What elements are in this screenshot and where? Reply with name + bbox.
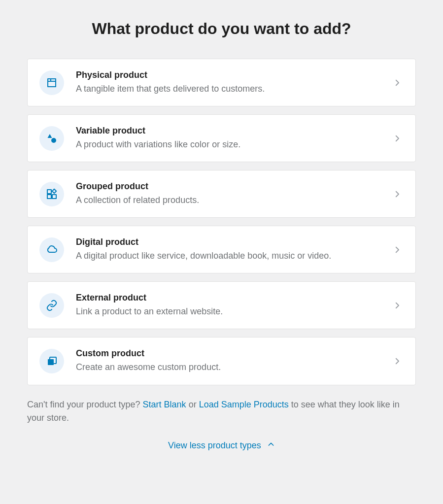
card-body: Digital product A digital product like s… bbox=[76, 237, 381, 262]
product-option-custom[interactable]: Custom product Create an awesome custom … bbox=[27, 337, 416, 385]
grid-icon bbox=[39, 182, 64, 206]
card-body: Custom product Create an awesome custom … bbox=[76, 348, 381, 373]
chevron-right-icon bbox=[393, 301, 402, 310]
chevron-right-icon bbox=[393, 357, 402, 366]
card-title: Custom product bbox=[76, 348, 381, 359]
chevron-right-icon bbox=[393, 245, 402, 254]
chevron-up-icon bbox=[267, 440, 275, 451]
card-desc: A collection of related products. bbox=[76, 194, 381, 206]
card-title: Grouped product bbox=[76, 181, 381, 192]
card-title: Variable product bbox=[76, 126, 381, 136]
view-less-toggle[interactable]: View less product types bbox=[163, 437, 280, 454]
card-title: External product bbox=[76, 293, 381, 303]
page-heading: What product do you want to add? bbox=[27, 20, 416, 38]
card-desc: Link a product to an external website. bbox=[76, 305, 381, 318]
product-option-external[interactable]: External product Link a product to an ex… bbox=[27, 281, 416, 329]
chevron-right-icon bbox=[393, 190, 402, 199]
start-blank-link[interactable]: Start Blank bbox=[143, 400, 186, 409]
svg-rect-8 bbox=[52, 189, 56, 193]
svg-rect-5 bbox=[47, 190, 51, 194]
toggle-row: View less product types bbox=[27, 437, 416, 454]
product-option-digital[interactable]: Digital product A digital product like s… bbox=[27, 226, 416, 273]
svg-marker-3 bbox=[48, 134, 52, 138]
card-desc: Create an awesome custom product. bbox=[76, 361, 381, 373]
card-desc: A tangible item that gets delivered to c… bbox=[76, 82, 381, 95]
copy-icon bbox=[39, 349, 64, 373]
add-product-page: What product do you want to add? Physica… bbox=[0, 0, 443, 504]
load-sample-products-link[interactable]: Load Sample Products bbox=[199, 400, 289, 409]
cloud-icon bbox=[39, 237, 64, 262]
product-option-physical[interactable]: Physical product A tangible item that ge… bbox=[27, 59, 416, 106]
shapes-icon bbox=[39, 126, 64, 151]
helper-prefix: Can't find your product type? bbox=[27, 400, 143, 409]
card-title: Digital product bbox=[76, 237, 381, 247]
box-icon bbox=[39, 70, 64, 95]
card-body: External product Link a product to an ex… bbox=[76, 293, 381, 318]
card-body: Variable product A product with variatio… bbox=[76, 126, 381, 151]
card-body: Physical product A tangible item that ge… bbox=[76, 70, 381, 95]
svg-rect-9 bbox=[48, 359, 54, 365]
svg-rect-6 bbox=[47, 195, 51, 199]
card-desc: A digital product like service, download… bbox=[76, 249, 381, 262]
svg-rect-7 bbox=[52, 195, 56, 199]
product-option-variable[interactable]: Variable product A product with variatio… bbox=[27, 114, 416, 162]
svg-point-4 bbox=[51, 138, 56, 143]
helper-text: Can't find your product type? Start Blan… bbox=[27, 398, 416, 425]
card-desc: A product with variations like color or … bbox=[76, 138, 381, 151]
link-icon bbox=[39, 293, 64, 318]
card-body: Grouped product A collection of related … bbox=[76, 181, 381, 206]
product-option-grouped[interactable]: Grouped product A collection of related … bbox=[27, 170, 416, 218]
chevron-right-icon bbox=[393, 134, 402, 143]
svg-rect-0 bbox=[48, 79, 56, 87]
card-title: Physical product bbox=[76, 70, 381, 80]
chevron-right-icon bbox=[393, 78, 402, 87]
toggle-label: View less product types bbox=[168, 440, 261, 451]
helper-middle: or bbox=[186, 400, 199, 409]
